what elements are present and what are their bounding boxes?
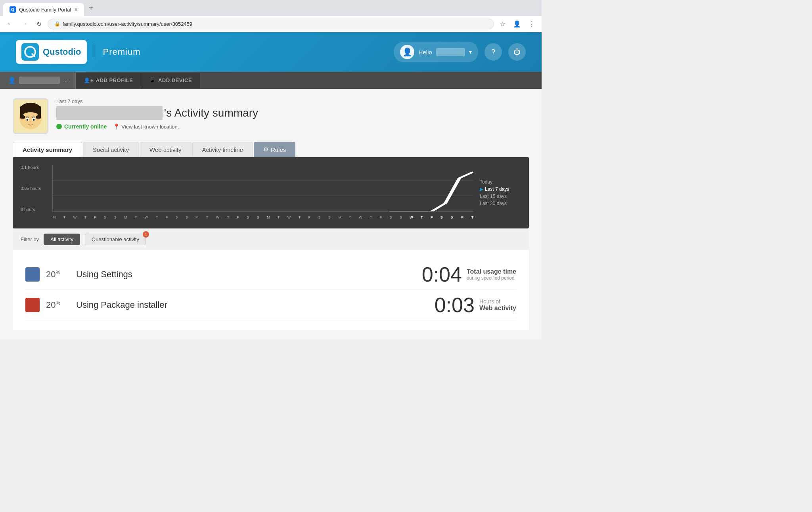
profile-tab[interactable]: 👤 ... xyxy=(0,72,76,89)
logo-icon xyxy=(21,43,39,61)
tab-social-activity[interactable]: Social activity xyxy=(83,142,139,157)
tab-title: Qustodio Family Portal xyxy=(19,7,71,13)
activity-item: 20% Using Settings 0:04 Total usage time… xyxy=(25,259,516,290)
chart-y-axis: 0.1 hours 0.05 hours 0 hours xyxy=(21,165,52,221)
questionable-badge: 1 xyxy=(143,231,149,238)
online-text: Currently online xyxy=(64,123,107,130)
user-greeting[interactable]: 👤 Hello ▾ xyxy=(394,42,478,62)
total-usage-area: 0:04 Total usage time during specified p… xyxy=(422,264,516,285)
menu-button[interactable]: ⋮ xyxy=(526,18,537,29)
chart-line-svg xyxy=(389,170,473,211)
main-content: Last 7 days 's Activity summary Currentl… xyxy=(0,89,542,339)
hello-text: Hello xyxy=(418,49,432,56)
last-days-label: Last 7 days xyxy=(56,98,529,104)
new-tab-button[interactable]: + xyxy=(84,4,98,16)
add-profile-label: ADD PROFILE xyxy=(96,77,133,83)
tab-activity-timeline[interactable]: Activity timeline xyxy=(192,142,253,157)
tab-favicon: Q xyxy=(10,6,16,13)
profile-name xyxy=(19,77,60,84)
browser-tab-bar: Q Qustodio Family Portal × + xyxy=(0,0,542,16)
location-pin-icon: 📍 xyxy=(113,123,120,130)
tabs: Activity summary Social activity Web act… xyxy=(13,142,529,157)
logo-area: Qustodio Premium xyxy=(16,40,141,64)
total-usage: 0:04 xyxy=(422,264,462,285)
address-bar[interactable]: 🔒 family.qustodio.com/user-activity/summ… xyxy=(48,19,494,29)
header-right: 👤 Hello ▾ ? ⏻ xyxy=(394,42,526,62)
help-button[interactable]: ? xyxy=(485,43,502,61)
location-link[interactable]: 📍 View last known location. xyxy=(113,123,179,130)
chart-y-label-bottom: 0 hours xyxy=(21,207,52,212)
total-usage-label: Total usage time xyxy=(467,268,516,275)
web-time: 0:03 xyxy=(435,295,475,315)
user-section: Last 7 days 's Activity summary Currentl… xyxy=(13,98,529,134)
web-activity-label: Web activity xyxy=(479,305,516,312)
back-button[interactable]: ← xyxy=(5,18,16,29)
chart-x-axis: M T W T F S S M T W T F S S M T W xyxy=(53,215,473,219)
user-avatar xyxy=(13,98,48,134)
activity-color-2 xyxy=(25,298,40,312)
total-usage-sublabel: during specified period xyxy=(467,275,516,281)
add-device-label: ADD DEVICE xyxy=(158,77,192,83)
web-activity-area: 0:03 Hours of Web activity xyxy=(435,295,516,315)
activity-list: 20% Using Settings 0:04 Total usage time… xyxy=(13,250,529,330)
power-button[interactable]: ⏻ xyxy=(508,43,526,61)
period-last-15[interactable]: Last 15 days xyxy=(480,194,521,199)
profile-button[interactable]: 👤 xyxy=(511,18,523,29)
period-last-7[interactable]: ▶ Last 7 days xyxy=(480,186,521,192)
user-name-blurred xyxy=(56,106,163,120)
activity-percent-2: 20% xyxy=(46,300,70,310)
period-arrow-icon: ▶ xyxy=(480,186,483,192)
status-row: Currently online 📍 View last known locat… xyxy=(56,123,529,130)
svg-point-11 xyxy=(27,119,29,121)
chart-y-label-mid: 0.05 hours xyxy=(21,186,52,191)
add-device-icon: 📱 xyxy=(149,77,156,83)
forward-button[interactable]: → xyxy=(19,18,30,29)
questionable-activity-filter[interactable]: Questionable activity xyxy=(85,234,146,245)
activity-item: 20% Using Package installer 0:03 Hours o… xyxy=(25,290,516,320)
lock-icon: 🔒 xyxy=(54,21,60,27)
activity-name-2: Using Package installer xyxy=(76,300,167,310)
web-activity-labels: Hours of Web activity xyxy=(479,298,516,312)
filter-label: Filter by xyxy=(21,236,39,242)
profile-menu-dots[interactable]: ... xyxy=(63,77,67,83)
browser-tab-active[interactable]: Q Qustodio Family Portal × xyxy=(3,3,84,16)
period-last-30[interactable]: Last 30 days xyxy=(480,201,521,206)
chart-section: 0.1 hours 0.05 hours 0 hours M T W T xyxy=(13,157,529,228)
tier-label: Premium xyxy=(103,47,141,57)
chart-x-label: M xyxy=(53,215,56,219)
filter-bar: Filter by All activity Questionable acti… xyxy=(13,228,529,250)
svg-point-13 xyxy=(30,121,31,123)
brand-name: Qustodio xyxy=(43,47,81,57)
username-blurred xyxy=(436,48,465,56)
add-profile-button[interactable]: 👤+ ADD PROFILE xyxy=(76,73,141,88)
activity-name-1: Using Settings xyxy=(76,269,132,280)
user-info: Last 7 days 's Activity summary Currentl… xyxy=(56,98,529,130)
logo-box: Qustodio xyxy=(16,40,87,64)
refresh-button[interactable]: ↻ xyxy=(33,18,44,29)
tab-web-activity[interactable]: Web activity xyxy=(140,142,192,157)
user-avatar-icon: 👤 xyxy=(400,45,414,59)
app-header: Qustodio Premium 👤 Hello ▾ ? ⏻ xyxy=(0,32,542,72)
all-activity-filter[interactable]: All activity xyxy=(44,234,80,245)
logo-divider xyxy=(95,44,95,60)
chart-x-bold-w: W xyxy=(410,215,413,219)
bookmark-button[interactable]: ☆ xyxy=(497,18,508,29)
gear-icon: ⚙ xyxy=(263,146,268,153)
tab-close-button[interactable]: × xyxy=(75,6,78,13)
web-hours-label: Hours of xyxy=(479,298,516,305)
total-usage-labels: Total usage time during specified period xyxy=(467,268,516,281)
online-status: Currently online xyxy=(56,123,107,130)
person-icon: 👤 xyxy=(8,77,16,84)
svg-point-8 xyxy=(23,112,38,117)
profile-bar: 👤 ... 👤+ ADD PROFILE 📱 ADD DEVICE xyxy=(0,72,542,89)
tab-activity-summary[interactable]: Activity summary xyxy=(13,142,82,157)
chart-plot-area: M T W T F S S M T W T F S S M T W xyxy=(52,165,473,212)
activity-title-suffix: 's Activity summary xyxy=(164,107,258,119)
period-today[interactable]: Today xyxy=(480,179,521,185)
browser-chrome: Q Qustodio Family Portal × + ← → ↻ 🔒 fam… xyxy=(0,0,542,32)
add-device-button[interactable]: 📱 ADD DEVICE xyxy=(141,73,200,88)
url-text: family.qustodio.com/user-activity/summar… xyxy=(63,21,192,27)
chevron-down-icon: ▾ xyxy=(469,49,472,55)
tab-rules[interactable]: ⚙ Rules xyxy=(254,142,295,157)
location-text: View last known location. xyxy=(121,124,179,130)
